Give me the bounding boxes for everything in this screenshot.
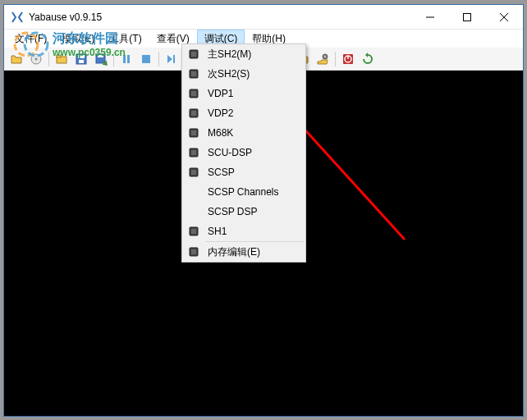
- dd-label: 主SH2(M): [208, 48, 251, 62]
- chip-icon: [187, 245, 200, 258]
- tool-stop-icon[interactable]: [137, 50, 155, 68]
- app-icon: [11, 11, 24, 24]
- dd-label: SCSP DSP: [208, 206, 257, 217]
- svg-rect-31: [191, 111, 196, 116]
- dd-scu-dsp[interactable]: SCU-DSP: [182, 143, 305, 162]
- debug-dropdown: 主SH2(M) 次SH2(S) VDP1 VDP2 M68K SCU-DSP S…: [181, 43, 306, 262]
- dd-label: M68K: [208, 127, 233, 139]
- chip-icon: [187, 146, 200, 159]
- chip-icon: [187, 48, 200, 61]
- minimize-button[interactable]: [411, 5, 448, 29]
- blank-icon: [187, 185, 200, 199]
- chip-icon: [187, 87, 200, 100]
- toolbar-separator: [335, 52, 336, 66]
- maximize-button[interactable]: [448, 5, 485, 29]
- blank-icon: [187, 205, 200, 218]
- svg-rect-13: [123, 55, 126, 63]
- menu-tools[interactable]: 工具(T): [102, 30, 149, 48]
- chip-icon: [187, 67, 200, 80]
- tool-pause-icon[interactable]: [117, 50, 135, 68]
- tool-folder-icon[interactable]: [53, 50, 71, 68]
- dd-scsp-channels[interactable]: SCSP Channels: [182, 182, 305, 202]
- svg-rect-7: [57, 55, 61, 57]
- dd-label: SCSP: [208, 167, 235, 178]
- dd-label: 次SH2(S): [208, 67, 250, 81]
- dd-label: SH1: [208, 226, 227, 237]
- window-controls: [411, 5, 523, 29]
- svg-point-5: [35, 57, 38, 60]
- tool-cd-icon[interactable]: [27, 50, 45, 68]
- chip-icon: [187, 126, 200, 139]
- svg-rect-27: [191, 71, 196, 76]
- svg-rect-14: [127, 55, 130, 63]
- dd-scsp-dsp[interactable]: SCSP DSP: [182, 202, 305, 221]
- svg-rect-1: [463, 13, 470, 21]
- chip-icon: [187, 166, 200, 179]
- svg-rect-35: [191, 150, 196, 155]
- chip-icon: [187, 225, 200, 238]
- dd-vdp2[interactable]: VDP2: [182, 103, 305, 123]
- tool-open-icon[interactable]: [7, 50, 25, 68]
- svg-rect-39: [191, 229, 196, 234]
- tool-frameskip-icon[interactable]: [163, 50, 181, 68]
- svg-rect-9: [78, 55, 85, 58]
- dd-slave-sh2[interactable]: 次SH2(S): [182, 64, 305, 84]
- tool-power-icon[interactable]: [339, 50, 357, 68]
- dd-scsp[interactable]: SCSP: [182, 162, 305, 182]
- dd-sh1[interactable]: SH1: [182, 221, 305, 241]
- dd-vdp1[interactable]: VDP1: [182, 84, 305, 103]
- titlebar: Yabause v0.9.15: [4, 5, 523, 30]
- toolbar-separator: [48, 52, 49, 66]
- tool-refresh-icon[interactable]: [359, 50, 377, 68]
- menu-emulation[interactable]: 模拟(E): [54, 30, 102, 48]
- dd-m68k[interactable]: M68K: [182, 123, 305, 143]
- chip-icon: [187, 107, 200, 120]
- menu-file[interactable]: 文件(F): [7, 30, 54, 48]
- tool-settings-icon[interactable]: [314, 50, 332, 68]
- svg-rect-41: [191, 249, 196, 254]
- toolbar-separator: [113, 52, 114, 66]
- svg-rect-12: [98, 55, 103, 57]
- dd-main-sh2[interactable]: 主SH2(M): [182, 44, 305, 64]
- tool-save-icon[interactable]: [72, 50, 90, 68]
- svg-rect-25: [191, 52, 196, 57]
- tool-saveas-icon[interactable]: [92, 50, 110, 68]
- window-title: Yabause v0.9.15: [29, 11, 411, 23]
- close-button[interactable]: [485, 5, 523, 29]
- svg-rect-10: [79, 60, 84, 63]
- svg-rect-29: [191, 91, 196, 96]
- dd-memory-editor[interactable]: 内存编辑(E): [182, 242, 305, 262]
- svg-rect-15: [142, 55, 150, 63]
- dd-label: SCSP Channels: [208, 186, 279, 198]
- dd-label: VDP2: [208, 107, 233, 119]
- svg-rect-33: [191, 130, 196, 135]
- dd-label: 内存编辑(E): [208, 245, 260, 259]
- svg-rect-37: [191, 170, 196, 175]
- toolbar-separator: [158, 52, 159, 66]
- dd-label: VDP1: [208, 88, 233, 99]
- dd-label: SCU-DSP: [208, 147, 252, 158]
- svg-point-20: [324, 56, 326, 57]
